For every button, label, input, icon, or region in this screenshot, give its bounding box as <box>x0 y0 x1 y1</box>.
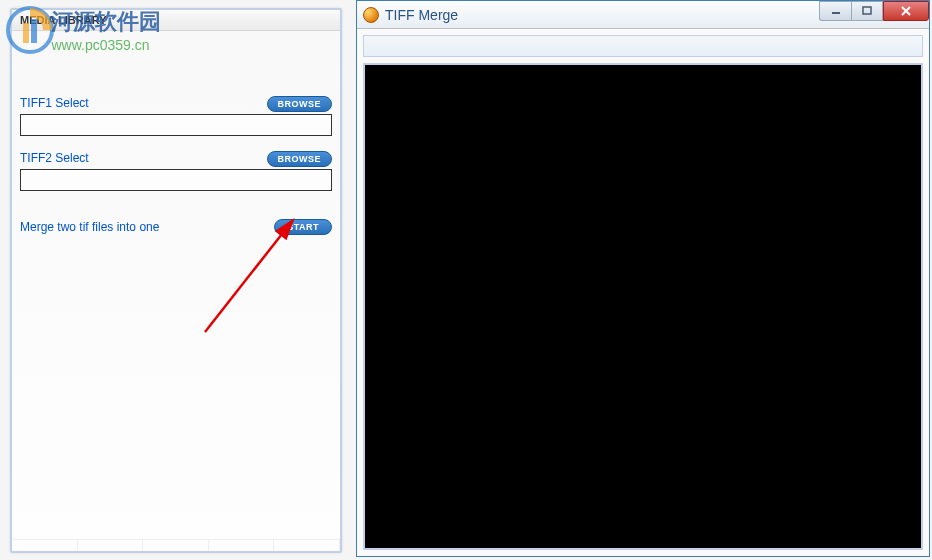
preview-area <box>363 63 923 550</box>
window-title: TIFF Merge <box>385 7 819 23</box>
svg-rect-6 <box>863 7 871 14</box>
merge-label: Merge two tif files into one <box>20 220 159 234</box>
status-cell <box>143 540 209 551</box>
status-cell <box>274 540 340 551</box>
minimize-button[interactable] <box>819 1 851 21</box>
toolbar-strip <box>363 35 923 57</box>
tiff2-input[interactable] <box>20 169 332 191</box>
close-button[interactable] <box>883 1 929 21</box>
tiff1-label: TIFF1 Select <box>20 96 89 110</box>
tiff2-browse-button[interactable]: BROWSE <box>267 151 333 167</box>
maximize-button[interactable] <box>851 1 883 21</box>
status-bar <box>12 539 340 551</box>
tiff-merge-window: TIFF Merge <box>356 0 930 557</box>
media-library-panel: MEDIA LIBRARY TIFF1 Select BROWSE TIFF2 … <box>10 8 342 553</box>
status-cell <box>209 540 275 551</box>
media-library-header: MEDIA LIBRARY <box>12 10 340 31</box>
tiff1-browse-button[interactable]: BROWSE <box>267 96 333 112</box>
app-icon <box>363 7 379 23</box>
status-cell <box>12 540 78 551</box>
tiff1-input[interactable] <box>20 114 332 136</box>
status-cell <box>78 540 144 551</box>
start-button[interactable]: START <box>274 219 332 235</box>
tiff2-label: TIFF2 Select <box>20 151 89 165</box>
titlebar[interactable]: TIFF Merge <box>357 1 929 29</box>
